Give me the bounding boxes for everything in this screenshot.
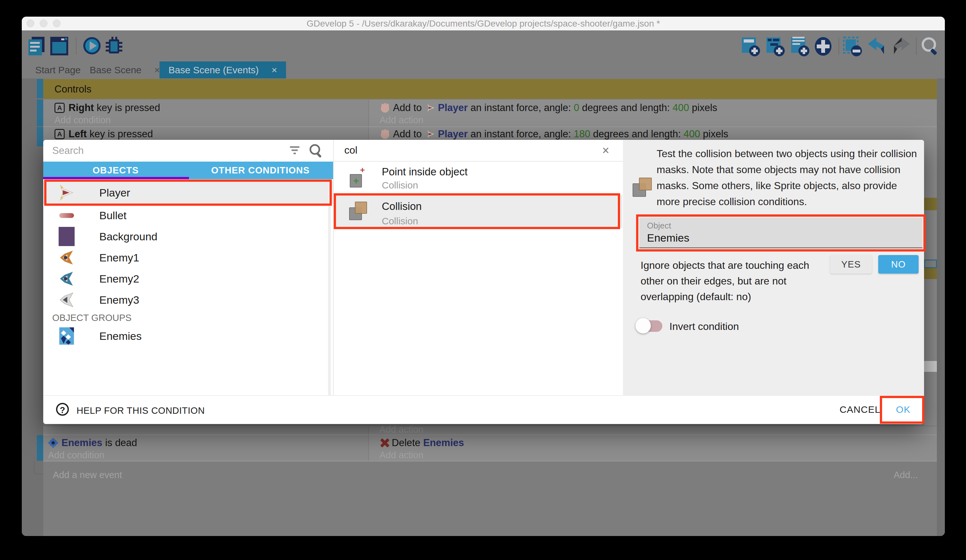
toggle-thumb[interactable] [636, 318, 651, 334]
hand-icon [380, 102, 391, 113]
titlebar: GDevelop 5 - /Users/dkarakay/Documents/G… [22, 16, 945, 30]
action-cell[interactable]: Delete Enemies Add action [369, 435, 937, 461]
close-tab-icon[interactable]: × [154, 65, 160, 75]
object-label: Enemy2 [99, 273, 139, 285]
help-link[interactable]: HELP FOR THIS CONDITION [77, 405, 205, 416]
undo-icon[interactable] [867, 36, 886, 56]
add-condition-link[interactable]: Add condition [54, 115, 111, 125]
active-tab-indicator [43, 177, 189, 179]
occluded-light-row [924, 361, 937, 372]
object-label: Background [99, 231, 157, 243]
tab-other-conditions[interactable]: OTHER CONDITIONS [188, 162, 333, 179]
tab-objects[interactable]: OBJECTS [43, 162, 188, 179]
condition-right-key[interactable]: A Right key is pressed [54, 102, 160, 114]
action-text: an instant force, angle: [468, 128, 573, 140]
yes-button[interactable]: YES [830, 255, 872, 273]
object-field-label: Object [647, 221, 671, 231]
screen: GDevelop 5 - /Users/dkarakay/Documents/G… [0, 0, 966, 560]
add-event-icon[interactable] [741, 36, 761, 56]
window-title: GDevelop 5 - /Users/dkarakay/Documents/G… [22, 16, 945, 30]
action-text: Add to [393, 102, 424, 114]
close-tab-icon[interactable]: × [272, 65, 278, 75]
action-text: Delete [392, 437, 423, 449]
keyboard-icon: A [54, 129, 65, 139]
tab-base-scene[interactable]: Base Scene× [80, 61, 169, 79]
add-action-link[interactable]: Add action [380, 424, 424, 435]
add-subevent-icon[interactable] [766, 36, 785, 56]
condition-object: Enemies [61, 437, 102, 449]
object-label: Player [99, 187, 130, 199]
condition-cell[interactable]: Enemies is dead Add condition [43, 435, 368, 461]
condition-cell[interactable]: A Right key is pressed Add condition [43, 100, 368, 126]
event-handle[interactable] [37, 100, 43, 126]
close-window-button[interactable] [26, 20, 34, 27]
action-cell[interactable]: Add to Player an instant force, angle: 0… [369, 100, 937, 126]
group-row-enemies[interactable]: Enemies [43, 325, 333, 347]
event-handle[interactable] [37, 127, 43, 146]
result-title: Point inside object [382, 166, 468, 178]
toolbar-divider [76, 38, 77, 55]
action-delete-enemies[interactable]: Delete Enemies [380, 437, 464, 449]
object-row-background[interactable]: Background [43, 226, 333, 247]
add-more-link[interactable]: Add... [894, 470, 918, 480]
player-ship-icon [426, 103, 436, 113]
condition-search-input[interactable]: col [344, 144, 357, 156]
comment-event[interactable]: Controls [43, 79, 937, 99]
delete-icon [380, 439, 389, 447]
debug-icon[interactable] [104, 36, 124, 56]
add-action-link[interactable]: Add action [380, 450, 424, 460]
condition-enemies-dead[interactable]: Enemies is dead [48, 437, 137, 449]
object-field[interactable]: Object Enemies [639, 218, 922, 248]
action-text: Add to [393, 128, 424, 140]
filter-icon[interactable] [290, 146, 301, 155]
object-row-enemy3[interactable]: Enemy3 [43, 289, 333, 310]
add-comment-icon[interactable] [790, 36, 810, 56]
row-divider [43, 461, 937, 462]
action-add-force[interactable]: Add to Player an instant force, angle: 0… [380, 102, 717, 114]
tab-label: Base Scene (Events) [168, 65, 259, 75]
object-search-input[interactable]: Search [52, 145, 84, 157]
event-handle[interactable] [37, 79, 43, 98]
project-manager-icon[interactable] [27, 36, 46, 56]
action-angle: 180 [573, 128, 590, 140]
object-row-enemy2[interactable]: Enemy2 [43, 268, 333, 289]
result-point-inside-object[interactable]: + + Point inside object Collision [334, 163, 622, 193]
clear-search-icon[interactable]: × [602, 144, 609, 157]
add-condition-link[interactable]: Add condition [48, 450, 104, 460]
add-new-event-link[interactable]: Add a new event [53, 470, 122, 480]
scene-editor-icon[interactable] [50, 36, 69, 56]
minimize-window-button[interactable] [40, 20, 48, 27]
ok-button[interactable]: OK [889, 404, 918, 415]
play-icon[interactable] [83, 36, 102, 56]
object-row-bullet[interactable]: Bullet [43, 205, 333, 226]
event-handle[interactable] [37, 435, 43, 461]
action-angle: 0 [573, 102, 579, 114]
enemy3-ship-icon [58, 291, 76, 309]
action-add-force[interactable]: Add to Player an instant force, angle: 1… [380, 128, 728, 140]
cancel-button[interactable]: CANCEL [831, 404, 889, 415]
toolbar [22, 30, 945, 61]
search-events-icon[interactable] [920, 36, 940, 56]
object-row-enemy1[interactable]: Enemy1 [43, 247, 333, 268]
tab-base-scene-events[interactable]: Base Scene (Events)× [159, 61, 286, 79]
result-collision[interactable]: Collision Collision [334, 195, 622, 228]
condition-left-key[interactable]: A Left key is pressed [54, 128, 153, 140]
add-new-icon[interactable] [814, 36, 833, 56]
object-row-player[interactable]: Player [43, 181, 333, 204]
action-object: Player [438, 102, 468, 114]
zoom-window-button[interactable] [53, 20, 61, 27]
result-subtitle: Collision [382, 180, 418, 191]
occluded-event-rows [924, 279, 937, 361]
action-text: an instant force, angle: [468, 102, 573, 114]
add-action-link[interactable]: Add action [380, 115, 424, 125]
help-icon[interactable]: ? [56, 403, 69, 416]
list-scrollbar[interactable] [328, 179, 331, 395]
action-cell[interactable]: Add action [369, 426, 937, 435]
condition-cell[interactable] [43, 426, 368, 435]
enemy2-ship-icon [58, 270, 76, 288]
invert-condition-label: Invert condition [669, 321, 739, 332]
redo-icon[interactable] [891, 36, 910, 56]
no-button[interactable]: NO [878, 255, 918, 273]
action-length: 400 [673, 102, 689, 114]
delete-event-icon[interactable] [843, 36, 862, 56]
